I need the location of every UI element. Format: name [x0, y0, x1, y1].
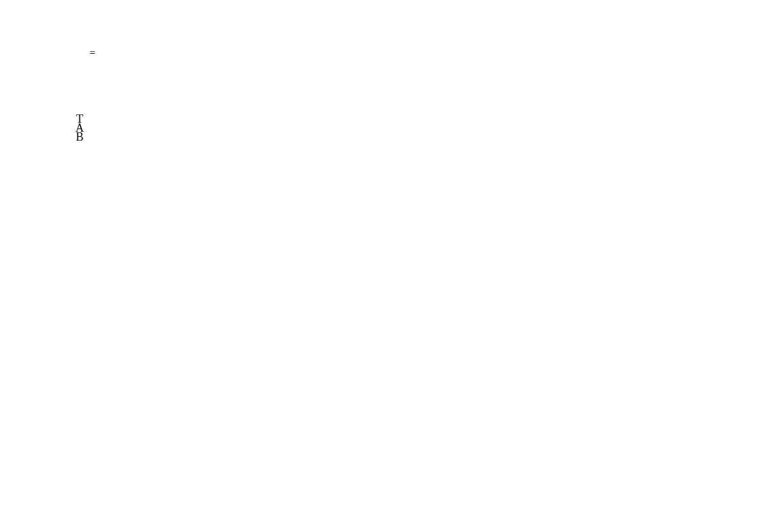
tab-svg [38, 109, 742, 192]
sheet-page: = TAB [0, 0, 768, 282]
jianpu-staff [38, 212, 730, 250]
tempo-equals: = [90, 47, 95, 58]
tab-staff: TAB [38, 109, 730, 192]
chord-diagram-grid [38, 19, 730, 27]
bar-chord-line [38, 65, 730, 84]
tempo: = [90, 46, 730, 59]
partial-chord-row [38, 265, 730, 282]
tab-clef: TAB [76, 114, 84, 141]
